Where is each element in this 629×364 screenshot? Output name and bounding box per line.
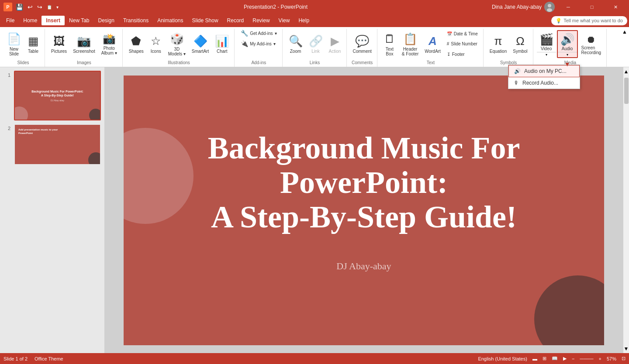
menu-view[interactable]: View: [274, 16, 294, 25]
slide-deco-circle-right: [534, 275, 604, 345]
get-addins-icon: 🔧: [241, 30, 248, 37]
menu-slideshow[interactable]: Slide Show: [188, 16, 223, 25]
ribbon-group-text: 🗒 TextBox 📋 Header& Footer A WordArt 📅 D…: [378, 29, 484, 67]
menu-newtab[interactable]: New Tab: [65, 16, 93, 25]
menu-insert[interactable]: Insert: [41, 16, 65, 25]
screen-recording-main[interactable]: ⏺ ScreenRecording: [579, 32, 604, 56]
icons-button[interactable]: ☆ Icons: [147, 33, 165, 55]
action-button[interactable]: ▶ Action: [326, 33, 344, 55]
slide-1-image[interactable]: Background Music For PowerPoint:A Step-B…: [14, 71, 101, 120]
comment-button[interactable]: 💬 Comment: [350, 33, 374, 55]
slide-sorter-button[interactable]: ⊞: [543, 356, 546, 361]
table-button[interactable]: ▦ Table: [24, 33, 42, 55]
slide-1-thumb-author: DJ Abay-abay: [51, 99, 64, 102]
ribbon-group-illustrations: ⬟ Shapes ☆ Icons 🎲 3DModels ▾ 🔷 SmartArt…: [124, 29, 235, 67]
text-box-button[interactable]: 🗒 TextBox: [381, 31, 398, 58]
video-split-button[interactable]: 🎬 Video ▾: [537, 31, 556, 57]
scroll-track[interactable]: [623, 76, 629, 344]
close-button[interactable]: ✕: [605, 0, 626, 14]
collapse-ribbon-icon: ▲: [622, 29, 627, 35]
customize-button[interactable]: 📋: [46, 4, 53, 10]
undo-button[interactable]: ↩: [27, 3, 34, 11]
menu-bar: File Home Insert New Tab Design Transiti…: [0, 14, 629, 27]
reading-view-button[interactable]: 📖: [552, 356, 558, 361]
menu-home[interactable]: Home: [19, 16, 41, 25]
menu-animations[interactable]: Animations: [153, 16, 187, 25]
shapes-button[interactable]: ⬟ Shapes: [126, 33, 146, 55]
record-audio-button[interactable]: 🎙 Record Audio...: [508, 77, 580, 89]
equation-button[interactable]: π Equation: [487, 33, 509, 55]
menu-help[interactable]: Help: [294, 16, 314, 25]
zoom-button[interactable]: 🔍 Zoom: [286, 33, 305, 55]
link-icon: 🔗: [309, 34, 323, 48]
collapse-ribbon-button[interactable]: ▲: [620, 27, 629, 37]
smartart-button[interactable]: 🔷 SmartArt: [189, 33, 211, 55]
new-slide-button[interactable]: 📄 NewSlide: [4, 31, 24, 58]
slide-canvas: Background Music ForPowerPoint:A Step-By…: [105, 67, 623, 353]
minimize-button[interactable]: ─: [558, 0, 578, 14]
wordart-button[interactable]: A WordArt: [422, 33, 443, 55]
photo-album-button[interactable]: 📸 PhotoAlbum ▾: [99, 31, 120, 57]
audio-dropdown-arrow[interactable]: ▾: [558, 52, 577, 57]
menu-review[interactable]: Review: [248, 16, 274, 25]
thumb2-deco-circle: [88, 152, 101, 165]
addins-group-items: 🔧 Get Add-ins ▾ 🔌 My Add-ins ▾: [238, 29, 279, 59]
thumb1-deco-circle-right: [89, 109, 101, 120]
video-button-main[interactable]: 🎬 Video: [537, 31, 556, 52]
slide-2-thumb[interactable]: 2 Add presentation music to yourPowerPoi…: [3, 124, 101, 165]
tell-me-input[interactable]: 💡 Tell me what you want to do: [551, 16, 627, 25]
text-group-label: Text: [427, 59, 435, 65]
slide-number-button[interactable]: # Slide Number: [444, 41, 480, 47]
date-time-button[interactable]: 📅 Date & Time: [444, 31, 480, 37]
audio-dropdown-menu: 🔊 Audio on My PC... 🎙 Record Audio...: [508, 65, 580, 89]
record-audio-icon: 🎙: [514, 80, 519, 86]
pictures-label: Pictures: [51, 49, 67, 54]
link-button[interactable]: 🔗 Link: [306, 33, 325, 55]
fit-slide-button[interactable]: ⊡: [622, 356, 626, 361]
zoom-plus-button[interactable]: +: [599, 356, 601, 361]
menu-file[interactable]: File: [2, 16, 19, 25]
menu-design[interactable]: Design: [94, 16, 119, 25]
equation-label: Equation: [490, 49, 507, 54]
zoom-minus-button[interactable]: −: [572, 356, 574, 361]
scroll-thumb[interactable]: [624, 78, 629, 104]
video-dropdown-arrow[interactable]: ▾: [537, 52, 556, 57]
scroll-down-button[interactable]: ▼: [622, 344, 629, 353]
shapes-icon: ⬟: [131, 34, 141, 48]
header-footer-button[interactable]: 📋 Header& Footer: [399, 31, 421, 58]
illustrations-group-items: ⬟ Shapes ☆ Icons 🎲 3DModels ▾ 🔷 SmartArt…: [126, 29, 232, 59]
slide-2-image[interactable]: Add presentation music to yourPowerPoint: [14, 124, 101, 165]
symbol-button[interactable]: Ω Symbol: [510, 33, 530, 55]
save-button[interactable]: 💾: [15, 3, 24, 11]
redo-button[interactable]: ↪: [36, 3, 43, 11]
get-addins-button[interactable]: 🔧 Get Add-ins ▾: [238, 29, 279, 38]
slide-1-thumb[interactable]: 1 Background Music For PowerPoint:A Step…: [3, 71, 101, 120]
theme-name: Office Theme: [35, 356, 63, 361]
footer-button[interactable]: ↧ Footer: [444, 51, 480, 58]
symbol-icon: Ω: [516, 34, 524, 48]
normal-view-button[interactable]: ▬: [532, 356, 537, 361]
slide-main-title: Background Music ForPowerPoint:A Step-By…: [208, 131, 520, 235]
pictures-button[interactable]: 🖼 Pictures: [48, 33, 69, 55]
audio-button-main[interactable]: 🔊 Audio: [558, 31, 577, 52]
vertical-scrollbar[interactable]: ▲ ▼: [623, 67, 629, 353]
my-addins-button[interactable]: 🔌 My Add-ins ▾: [238, 39, 278, 48]
comment-icon: 💬: [355, 34, 369, 48]
dropdown-arrow[interactable]: ▾: [55, 4, 59, 10]
slide-main[interactable]: Background Music ForPowerPoint:A Step-By…: [124, 76, 604, 345]
slide-show-button[interactable]: ▶: [563, 356, 567, 361]
footer-icon: ↧: [447, 52, 450, 57]
maximize-button[interactable]: □: [582, 0, 602, 14]
screen-recording-button[interactable]: ⏺ ScreenRecording: [579, 32, 604, 56]
date-time-label: Date & Time: [454, 31, 478, 36]
3d-models-icon: 🎲: [170, 32, 184, 46]
menu-record[interactable]: Record: [223, 16, 249, 25]
audio-split-button[interactable]: 🔊 Audio ▾: [558, 31, 577, 57]
screenshot-button[interactable]: 📷 Screenshot: [70, 33, 98, 55]
user-info: Dina Jane Abay-abay: [492, 2, 555, 12]
3d-models-button[interactable]: 🎲 3DModels ▾: [166, 31, 188, 58]
chart-button[interactable]: 📊 Chart: [212, 33, 232, 55]
menu-transitions[interactable]: Transitions: [119, 16, 153, 25]
zoom-slider[interactable]: ────: [580, 356, 593, 361]
scroll-up-button[interactable]: ▲: [622, 67, 629, 76]
